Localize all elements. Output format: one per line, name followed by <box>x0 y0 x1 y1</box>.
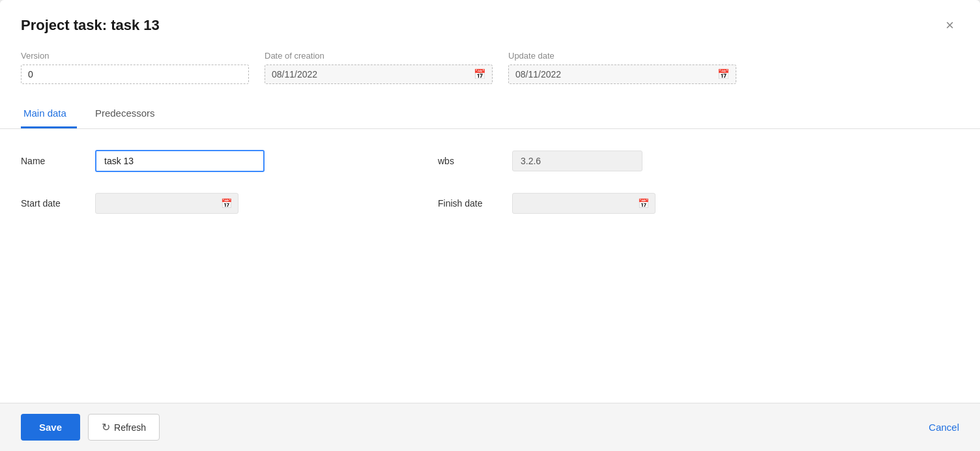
finish-date-input[interactable] <box>512 193 656 214</box>
finish-date-row: Finish date 📅 <box>438 193 803 214</box>
date-of-creation-wrapper: 📅 <box>265 65 493 84</box>
update-date-wrapper: 📅 <box>508 65 736 84</box>
date-of-creation-label: Date of creation <box>265 51 493 61</box>
update-date-label: Update date <box>508 51 736 61</box>
footer-left: Save ↻ Refresh <box>21 414 160 441</box>
update-date-input[interactable] <box>508 65 736 84</box>
cancel-button[interactable]: Cancel <box>929 416 959 438</box>
close-button[interactable]: × <box>940 16 959 35</box>
save-button[interactable]: Save <box>21 414 80 441</box>
tab-predecessors[interactable]: Predecessors <box>93 102 166 128</box>
start-date-wrapper: 📅 <box>95 193 238 214</box>
finish-date-label: Finish date <box>438 198 497 209</box>
dialog-footer: Save ↻ Refresh Cancel <box>0 403 980 451</box>
wbs-label: wbs <box>438 156 497 166</box>
refresh-button[interactable]: ↻ Refresh <box>88 414 160 441</box>
name-input[interactable] <box>95 150 265 172</box>
date-of-creation-field-group: Date of creation 📅 <box>265 51 493 84</box>
wbs-row: wbs <box>438 150 803 172</box>
dialog-title: Project task: task 13 <box>21 17 160 34</box>
form-grid: Name wbs Start date 📅 Finish date <box>21 150 803 214</box>
version-field-group: Version <box>21 51 249 84</box>
name-row: Name <box>21 150 386 172</box>
name-label: Name <box>21 156 79 166</box>
tabs-row: Main data Predecessors <box>0 89 980 129</box>
start-date-row: Start date 📅 <box>21 193 386 214</box>
start-date-label: Start date <box>21 198 79 209</box>
meta-row: Version Date of creation 📅 Update date 📅 <box>0 43 980 84</box>
tab-main-data[interactable]: Main data <box>21 102 77 128</box>
main-content: Name wbs Start date 📅 Finish date <box>0 129 980 403</box>
wbs-input <box>512 151 642 171</box>
refresh-icon: ↻ <box>102 421 110 433</box>
update-date-field-group: Update date 📅 <box>508 51 736 84</box>
refresh-label: Refresh <box>114 422 146 433</box>
start-date-input[interactable] <box>95 193 238 214</box>
project-task-dialog: Project task: task 13 × Version Date of … <box>0 0 980 451</box>
date-of-creation-input[interactable] <box>265 65 493 84</box>
version-label: Version <box>21 51 249 61</box>
finish-date-wrapper: 📅 <box>512 193 656 214</box>
version-input[interactable] <box>21 65 249 84</box>
dialog-header: Project task: task 13 × <box>0 0 980 43</box>
